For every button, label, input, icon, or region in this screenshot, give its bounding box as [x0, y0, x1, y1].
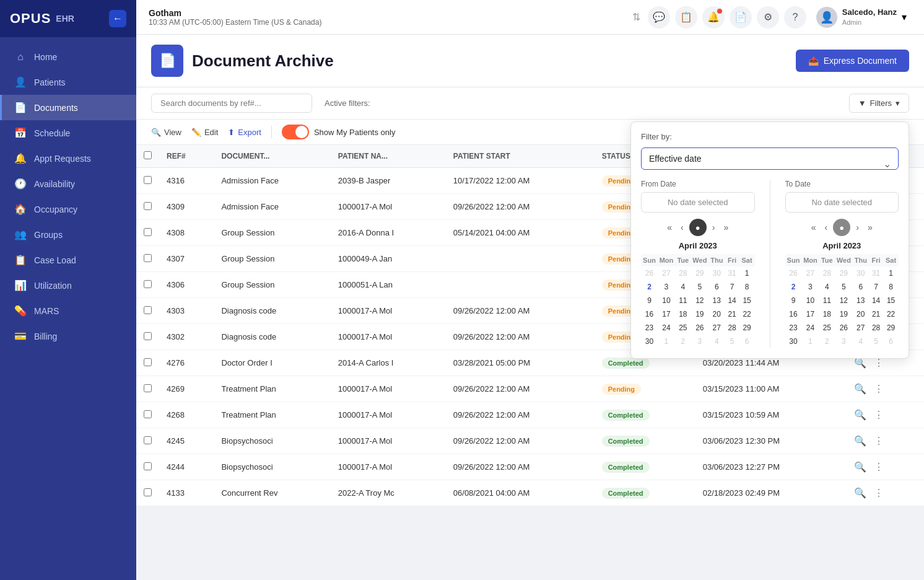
cal-day[interactable]: 30	[641, 335, 658, 348]
filter-type-select[interactable]: Effective date	[641, 147, 899, 170]
cal-day[interactable]: 2	[785, 280, 802, 294]
user-menu[interactable]: 👤 Salcedo, Hanz Admin ▾	[811, 4, 912, 30]
cal-day[interactable]: 10	[801, 294, 819, 307]
cal-day[interactable]: 4	[853, 335, 870, 348]
documents-btn[interactable]: 📋	[675, 6, 697, 29]
sidebar-item-patients[interactable]: 👤 Patients	[0, 69, 136, 95]
row-checkbox[interactable]	[144, 280, 152, 288]
cal-day[interactable]: 3	[801, 280, 819, 294]
view-button[interactable]: 🔍 View	[151, 128, 181, 137]
cal-day[interactable]: 30	[708, 266, 725, 280]
cal-day[interactable]: 1	[658, 335, 675, 348]
cal-day[interactable]: 25	[819, 321, 835, 335]
cal-day[interactable]: 1	[801, 335, 819, 348]
row-more-btn[interactable]: ⋮	[871, 434, 886, 448]
cal-day[interactable]: 20	[853, 307, 870, 321]
cal-day[interactable]: 13	[708, 294, 725, 307]
cal-day[interactable]: 28	[819, 266, 835, 280]
cal-day[interactable]: 18	[675, 307, 691, 321]
sidebar-item-utilization[interactable]: 📊 Utilization	[0, 273, 136, 298]
location-switch-icon[interactable]: ⇅	[632, 11, 640, 23]
cal-day[interactable]: 5	[691, 280, 708, 294]
cal-day[interactable]: 21	[869, 307, 883, 321]
to-next-year-btn[interactable]: »	[865, 221, 876, 234]
help-button[interactable]: ?	[784, 6, 806, 29]
cal-day[interactable]: 1	[739, 266, 755, 280]
row-checkbox[interactable]	[144, 462, 152, 470]
cal-day[interactable]: 11	[675, 294, 691, 307]
row-view-btn[interactable]: 🔍	[852, 460, 869, 474]
cal-day[interactable]: 2	[641, 280, 658, 294]
cal-day[interactable]: 9	[785, 294, 802, 307]
edit-button[interactable]: ✏️ Edit	[191, 128, 218, 137]
cal-day[interactable]: 24	[801, 321, 819, 335]
row-view-btn[interactable]: 🔍	[852, 408, 869, 422]
cal-day[interactable]: 26	[835, 321, 852, 335]
cal-day[interactable]: 26	[641, 266, 658, 280]
from-next-month-btn[interactable]: ›	[709, 221, 718, 234]
chat-button[interactable]: 💬	[648, 6, 670, 29]
cal-day[interactable]: 14	[725, 294, 739, 307]
cal-day[interactable]: 14	[869, 294, 883, 307]
cal-day[interactable]: 13	[853, 294, 870, 307]
cal-day[interactable]: 1	[883, 266, 899, 280]
cal-day[interactable]: 8	[883, 280, 899, 294]
cal-day[interactable]: 5	[869, 335, 883, 348]
cal-day[interactable]: 12	[691, 294, 708, 307]
my-patients-toggle[interactable]	[282, 125, 309, 139]
row-checkbox[interactable]	[144, 488, 152, 496]
cal-day[interactable]: 6	[708, 280, 725, 294]
cal-day[interactable]: 27	[708, 321, 725, 335]
cal-day[interactable]: 27	[801, 266, 819, 280]
cal-day[interactable]: 18	[819, 307, 835, 321]
row-view-btn[interactable]: 🔍	[852, 382, 869, 396]
cal-day[interactable]: 7	[725, 280, 739, 294]
cal-day[interactable]: 29	[691, 266, 708, 280]
cal-day[interactable]: 31	[725, 266, 739, 280]
sidebar-item-schedule[interactable]: 📅 Schedule	[0, 120, 136, 146]
cal-day[interactable]: 5	[725, 335, 739, 348]
cal-day[interactable]: 4	[675, 280, 691, 294]
from-prev-year-btn[interactable]: «	[664, 221, 675, 234]
to-next-month-btn[interactable]: ›	[853, 221, 862, 234]
row-more-btn[interactable]: ⋮	[871, 460, 886, 474]
cal-day[interactable]: 21	[725, 307, 739, 321]
settings-button[interactable]: ⚙	[757, 6, 779, 29]
row-checkbox[interactable]	[144, 228, 152, 236]
cal-day[interactable]: 27	[658, 266, 675, 280]
back-button[interactable]: ←	[109, 10, 126, 27]
filters-button[interactable]: ▼ Filters ▾	[849, 94, 909, 113]
cal-day[interactable]: 29	[835, 266, 852, 280]
cal-day[interactable]: 10	[658, 294, 675, 307]
cal-day[interactable]: 12	[835, 294, 852, 307]
cal-day[interactable]: 28	[675, 266, 691, 280]
express-document-button[interactable]: 📤 Express Document	[796, 50, 909, 72]
cal-day[interactable]: 3	[835, 335, 852, 348]
cal-day[interactable]: 6	[853, 280, 870, 294]
cal-day[interactable]: 28	[725, 321, 739, 335]
cal-day[interactable]: 6	[883, 335, 899, 348]
cal-day[interactable]: 2	[675, 335, 691, 348]
row-checkbox[interactable]	[144, 410, 152, 418]
sidebar-item-appt-requests[interactable]: 🔔 Appt Requests	[0, 146, 136, 171]
row-view-btn[interactable]: 🔍	[852, 434, 869, 448]
cal-day[interactable]: 16	[785, 307, 802, 321]
cal-day[interactable]: 26	[785, 266, 802, 280]
cal-day[interactable]: 16	[641, 307, 658, 321]
cal-day[interactable]: 15	[883, 294, 899, 307]
to-prev-year-btn[interactable]: «	[808, 221, 819, 234]
cal-day[interactable]: 30	[853, 266, 870, 280]
to-prev-month-btn[interactable]: ‹	[822, 221, 831, 234]
cal-day[interactable]: 4	[708, 335, 725, 348]
cal-day[interactable]: 26	[691, 321, 708, 335]
search-input[interactable]	[151, 94, 312, 113]
cal-day[interactable]: 22	[883, 307, 899, 321]
cal-day[interactable]: 3	[691, 335, 708, 348]
sidebar-item-billing[interactable]: 💳 Billing	[0, 323, 136, 349]
from-prev-month-btn[interactable]: ‹	[678, 221, 687, 234]
cal-day[interactable]: 19	[835, 307, 852, 321]
cal-day[interactable]: 27	[853, 321, 870, 335]
cal-day[interactable]: 6	[739, 335, 755, 348]
row-checkbox[interactable]	[144, 358, 152, 366]
row-more-btn[interactable]: ⋮	[871, 382, 886, 396]
